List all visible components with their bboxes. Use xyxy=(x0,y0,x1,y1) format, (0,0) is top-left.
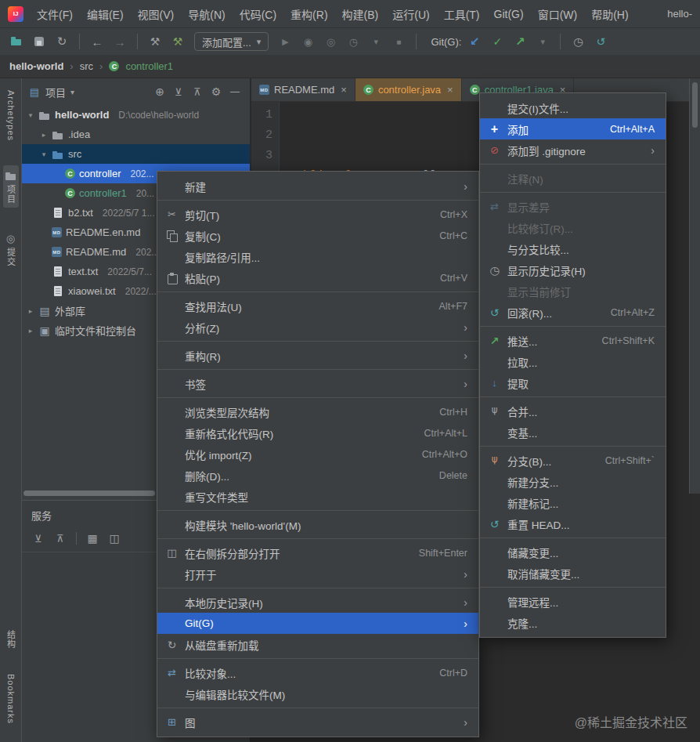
git-menu-item[interactable]: 显示当前修订 xyxy=(480,281,666,302)
scrollbar-thumb[interactable] xyxy=(692,82,698,128)
locate-icon[interactable] xyxy=(151,82,168,101)
collapse-all-icon[interactable] xyxy=(50,529,70,548)
tool-window-button[interactable]: Bookmarks xyxy=(5,670,17,728)
stop-icon[interactable] xyxy=(388,32,409,51)
git-menu-item[interactable]: 合并... xyxy=(480,400,666,422)
git-menu-item[interactable]: 提取 xyxy=(480,372,666,393)
git-menu-item[interactable]: 添加 Ctrl+Alt+A xyxy=(480,118,666,139)
context-menu-item[interactable]: 复制路径/引用... xyxy=(157,246,478,267)
git-menu-item[interactable]: 回滚(R)... Ctrl+Alt+Z xyxy=(480,302,666,323)
breadcrumb-root[interactable]: hello-world xyxy=(9,60,63,72)
context-menu-item[interactable]: 查找用法(U) Alt+F7 xyxy=(157,295,478,317)
tree-row[interactable]: ▾ src xyxy=(22,144,250,164)
git-menu-item[interactable]: 重置 HEAD... xyxy=(480,513,666,534)
back-icon[interactable] xyxy=(87,32,107,51)
menu-item[interactable]: 编辑(E) xyxy=(80,2,131,26)
git-menu-item[interactable]: 比较修订(R)... xyxy=(480,217,666,238)
git-menu-item[interactable]: 分支(B)... Ctrl+Shift+` xyxy=(480,450,666,471)
tool-window-button[interactable]: Archetypes xyxy=(5,86,17,145)
debug-icon[interactable] xyxy=(298,32,318,51)
context-menu-item[interactable]: Git(G) › xyxy=(157,613,478,634)
breadcrumb-leaf[interactable]: controller1 xyxy=(125,60,173,72)
expand-all-icon[interactable] xyxy=(28,529,49,548)
git-menu-item[interactable]: 取消储藏变更... xyxy=(480,563,666,584)
menu-item[interactable]: 构建(B) xyxy=(335,2,386,26)
tree-row[interactable]: ▾ hello-world D:\code\hello-world xyxy=(22,105,250,125)
tree-chevron-icon[interactable]: ▸ xyxy=(27,327,34,335)
context-menu-item[interactable]: 分析(Z) › xyxy=(157,317,478,338)
menu-item[interactable]: 文件(F) xyxy=(30,2,80,26)
menu-item[interactable]: 视图(V) xyxy=(131,2,182,26)
tree-chevron-icon[interactable]: ▾ xyxy=(40,150,48,158)
context-menu-item[interactable]: 浏览类型层次结构 Ctrl+H xyxy=(157,401,478,422)
git-menu-item[interactable]: 提交(I)文件... xyxy=(480,97,666,118)
split-view-icon[interactable] xyxy=(104,529,124,548)
git-menu-item[interactable]: 储藏变更... xyxy=(480,541,666,563)
git-push-icon[interactable] xyxy=(510,32,530,51)
menu-item[interactable]: 导航(N) xyxy=(181,2,232,26)
tool-window-button[interactable]: 结构 xyxy=(3,626,19,653)
tool-window-button[interactable]: 提交 xyxy=(3,228,19,270)
close-icon[interactable]: × xyxy=(341,84,347,96)
git-menu-item[interactable]: 显示差异 xyxy=(480,196,666,217)
menu-item[interactable]: 窗口(W) xyxy=(531,2,585,26)
context-menu-item[interactable]: 复制(C) Ctrl+C xyxy=(157,225,478,246)
git-menu-item[interactable]: 克隆... xyxy=(480,612,666,633)
chevron-down-icon[interactable]: ▾ xyxy=(70,88,74,96)
menu-item[interactable]: 运行(U) xyxy=(385,2,436,26)
context-menu-item[interactable]: 重构(R) › xyxy=(157,345,478,366)
tree-row[interactable]: ▸ .idea xyxy=(22,125,250,144)
tree-chevron-icon[interactable]: ▸ xyxy=(40,131,48,139)
profiler-icon[interactable] xyxy=(343,32,363,51)
settings-icon[interactable] xyxy=(207,82,225,101)
menu-item[interactable]: 帮助(H) xyxy=(584,2,635,26)
expand-all-icon[interactable] xyxy=(170,82,187,101)
context-menu-item[interactable]: 图 › xyxy=(157,711,478,733)
context-menu-item[interactable]: 重写文件类型 xyxy=(157,486,478,507)
git-menu-item[interactable]: 与分支比较... xyxy=(480,238,666,259)
git-menu-item[interactable]: 显示历史记录(H) xyxy=(480,259,666,281)
forward-icon[interactable] xyxy=(110,32,130,51)
run-icon[interactable] xyxy=(275,32,295,51)
menu-item[interactable]: 代码(C) xyxy=(233,2,283,26)
context-menu-item[interactable]: 删除(D)... Delete xyxy=(157,465,478,486)
context-menu-item[interactable]: 比较对象... Ctrl+D xyxy=(157,662,478,683)
context-menu-item[interactable]: 与编辑器比较文件(M) xyxy=(157,683,478,704)
git-menu-item[interactable]: 拉取... xyxy=(480,351,666,372)
editor-tab[interactable]: controller.java × xyxy=(355,78,462,101)
caret-down-icon[interactable] xyxy=(532,32,553,51)
context-menu-item[interactable]: 构建模块 'hello-world'(M) xyxy=(157,514,478,535)
editor-tab[interactable]: README.md × xyxy=(251,78,355,101)
hide-icon[interactable] xyxy=(226,82,244,101)
history-icon[interactable] xyxy=(568,32,588,51)
project-structure-icon[interactable] xyxy=(145,32,165,51)
tree-chevron-icon[interactable]: ▾ xyxy=(27,111,34,119)
context-menu-item[interactable]: 书签 › xyxy=(157,373,478,394)
context-menu-item[interactable]: 本地历史记录(H) › xyxy=(157,592,478,613)
horizontal-scrollbar[interactable] xyxy=(23,490,155,496)
collapse-all-icon[interactable] xyxy=(189,82,206,101)
close-icon[interactable]: × xyxy=(447,84,453,96)
context-menu-item[interactable]: 在右侧拆分部分打开 Shift+Enter xyxy=(157,542,478,563)
git-menu-item[interactable]: 新建分支... xyxy=(480,471,666,492)
git-update-icon[interactable] xyxy=(464,32,485,51)
git-menu-item[interactable]: 添加到 .gitignore › xyxy=(480,139,666,161)
rollback-icon[interactable] xyxy=(590,32,611,51)
coverage-icon[interactable] xyxy=(320,32,341,51)
git-commit-icon[interactable] xyxy=(487,32,507,51)
project-panel-title[interactable]: 项目 xyxy=(45,85,66,100)
menu-item[interactable]: 工具(T) xyxy=(437,2,487,26)
caret-down-icon[interactable] xyxy=(366,32,386,51)
git-menu-item[interactable]: 推送... Ctrl+Shift+K xyxy=(480,330,666,351)
context-menu-item[interactable]: 重新格式化代码(R) Ctrl+Alt+L xyxy=(157,422,478,443)
tool-window-button[interactable]: 项目 xyxy=(3,165,19,208)
menu-item[interactable]: Git(G) xyxy=(487,4,531,24)
build-icon[interactable] xyxy=(168,32,188,51)
right-scrollbar-strip[interactable] xyxy=(689,78,700,494)
context-menu-item[interactable]: 从磁盘重新加载 xyxy=(157,634,478,655)
context-menu-item[interactable]: 粘贴(P) Ctrl+V xyxy=(157,267,478,288)
git-menu-item[interactable]: 变基... xyxy=(480,422,666,443)
save-icon[interactable] xyxy=(29,32,49,51)
context-menu-item[interactable]: 新建 › xyxy=(157,176,478,197)
git-menu-item[interactable]: 注释(N) xyxy=(480,168,666,189)
